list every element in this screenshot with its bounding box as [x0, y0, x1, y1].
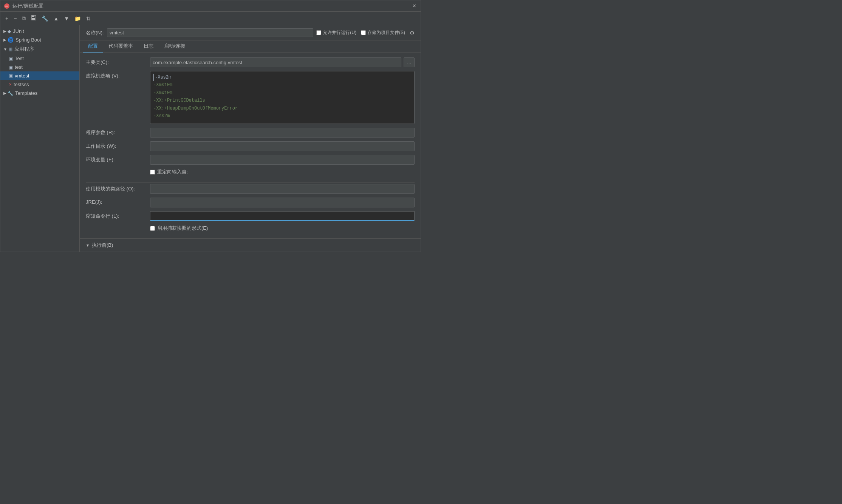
sidebar-item-label-app: 应用程序	[14, 46, 34, 53]
sidebar-item-test2[interactable]: ▣ test	[0, 63, 79, 71]
close-button[interactable]: ×	[411, 3, 418, 9]
redirect-label	[86, 169, 150, 170]
name-input[interactable]	[107, 28, 314, 37]
capture-snapshot-label: 启用捕获快照的形式(E)	[157, 225, 208, 232]
jre-field	[150, 198, 415, 207]
short-cmd-field	[150, 211, 415, 221]
tab-coverage[interactable]: 代码覆盖率	[103, 40, 138, 53]
work-dir-field	[150, 141, 415, 151]
name-options: 允许并行运行(U) 存储为项目文件(S) ⚙	[316, 29, 415, 36]
capture-snapshot-field: 启用捕获快照的形式(E)	[150, 225, 415, 232]
sidebar-item-label-test1: Test	[15, 56, 24, 61]
capture-snapshot-empty-label	[86, 225, 150, 226]
main-class-label: 主要类(C):	[86, 57, 150, 66]
toolbar: + − ⧉ 🔧 ▲ ▼ 📁 ⇅	[0, 12, 421, 25]
program-args-row: 程序参数 (R):	[86, 128, 415, 138]
templates-arrow-icon: ▶	[3, 91, 6, 95]
springboot-icon: 🌀	[8, 37, 14, 43]
main-content: ▶ ◆ JUnit ▶ 🌀 Spring Boot ▼ ▣ 应用程序 ▣ Tes…	[0, 25, 421, 252]
gear-button[interactable]: ⚙	[410, 30, 415, 36]
redirect-field: 重定向输入自:	[150, 169, 415, 175]
app-arrow-icon: ▼	[3, 47, 7, 51]
junit-arrow-icon: ▶	[3, 29, 6, 33]
env-vars-input[interactable]	[150, 155, 415, 165]
env-vars-label: 环境变量 (E):	[86, 155, 150, 163]
right-panel: 名称(N): 允许并行运行(U) 存储为项目文件(S) ⚙ 配置	[80, 25, 421, 252]
remove-button[interactable]: −	[12, 14, 19, 23]
testsss-icon: ✕	[9, 82, 12, 87]
tab-startup[interactable]: 启动/连接	[159, 40, 190, 53]
move-up-button[interactable]: ▲	[51, 14, 60, 23]
sort-button[interactable]: ⇅	[84, 14, 93, 23]
capture-snapshot-checkbox[interactable]	[150, 226, 155, 231]
sidebar-item-label-junit: JUnit	[13, 28, 24, 34]
tab-config[interactable]: 配置	[83, 40, 103, 53]
store-project-option: 存储为项目文件(S)	[361, 29, 405, 36]
env-vars-field	[150, 155, 415, 165]
classpath-label: 使用模块的类路径 (O):	[86, 184, 150, 192]
copy-button[interactable]: ⧉	[20, 14, 28, 23]
sidebar-item-spring-boot[interactable]: ▶ 🌀 Spring Boot	[0, 36, 79, 44]
vm-options-field: -Xss2m -Xms10m -Xmx10m -XX:+PrintGCDetai…	[150, 71, 415, 124]
divider-1	[86, 182, 415, 182]
tabs: 配置 代码覆盖率 日志 启动/连接	[80, 40, 421, 53]
svg-rect-1	[5, 6, 8, 6]
svg-rect-3	[32, 15, 34, 17]
vm-line-3: -Xmx10m	[153, 89, 411, 97]
name-bar: 名称(N): 允许并行运行(U) 存储为项目文件(S) ⚙	[80, 25, 421, 40]
short-cmd-row: 缩短命令行 (L):	[86, 211, 415, 221]
redirect-checkbox[interactable]	[150, 170, 155, 175]
work-dir-input[interactable]	[150, 141, 415, 151]
sidebar-item-templates[interactable]: ▶ 🔧 Templates	[0, 89, 79, 97]
add-button[interactable]: +	[3, 14, 10, 23]
vm-line-5: -XX:+HeapDumpOnOutOfMemoryError	[153, 105, 411, 112]
save-button[interactable]	[29, 14, 38, 23]
program-args-field	[150, 128, 415, 138]
short-cmd-input[interactable]	[150, 211, 415, 221]
move-down-button[interactable]: ▼	[62, 14, 71, 23]
redirect-input-label: 重定向输入自:	[157, 169, 188, 175]
sidebar-item-label-spring-boot: Spring Boot	[15, 37, 41, 43]
classpath-row: 使用模块的类路径 (O):	[86, 184, 415, 194]
classpath-field	[150, 184, 415, 194]
run-debug-config-window: 运行/调试配置 × + − ⧉ 🔧 ▲ ▼ 📁 ⇅ ▶ ◆ JUnit	[0, 0, 421, 252]
program-args-input[interactable]	[150, 128, 415, 138]
app-icon-sidebar: ▣	[8, 46, 12, 52]
vm-line-2: -Xms10m	[153, 81, 411, 89]
app-icon	[3, 3, 10, 9]
vm-options-row: 虚拟机选项 (V): -Xss2m -Xms10m -Xmx10m -XX:+P…	[86, 71, 415, 124]
sidebar-item-label-test2: test	[15, 64, 23, 70]
sidebar-item-label-testsss: testsss	[14, 82, 29, 87]
sidebar-item-testsss[interactable]: ✕ testsss	[0, 80, 79, 89]
test1-icon: ▣	[9, 56, 13, 61]
sidebar-item-vmtest[interactable]: ▣ vmtest	[0, 71, 79, 80]
store-project-checkbox[interactable]	[361, 30, 366, 35]
vm-line-1: -Xss2m	[153, 74, 411, 81]
sidebar-item-test1[interactable]: ▣ Test	[0, 54, 79, 63]
main-class-field: ...	[150, 57, 415, 67]
vm-options-label: 虚拟机选项 (V):	[86, 71, 150, 79]
allow-parallel-checkbox[interactable]	[316, 30, 321, 35]
folder-button[interactable]: 📁	[73, 14, 83, 23]
jre-input[interactable]	[150, 198, 415, 207]
templates-icon: 🔧	[8, 91, 13, 96]
main-class-input[interactable]	[150, 57, 401, 67]
tab-log[interactable]: 日志	[138, 40, 159, 53]
sidebar-item-junit[interactable]: ▶ ◆ JUnit	[0, 27, 79, 36]
classpath-input[interactable]	[150, 184, 415, 194]
vm-options-display[interactable]: -Xss2m -Xms10m -Xmx10m -XX:+PrintGCDetai…	[150, 71, 415, 124]
allow-parallel-label: 允许并行运行(U)	[323, 29, 356, 36]
capture-snapshot-row: 启用捕获快照的形式(E)	[86, 225, 415, 235]
work-dir-row: 工作目录 (W):	[86, 141, 415, 151]
name-label: 名称(N):	[86, 29, 104, 36]
settings-button[interactable]: 🔧	[40, 14, 50, 23]
before-launch-section[interactable]: ▼ 执行前(B)	[80, 238, 421, 252]
form-area: 主要类(C): ... 虚拟机选项 (V): -Xss2m -Xms10m -X…	[80, 53, 421, 238]
allow-parallel-option: 允许并行运行(U)	[316, 29, 356, 36]
junit-icon: ◆	[8, 29, 11, 34]
sidebar-item-app[interactable]: ▼ ▣ 应用程序	[0, 44, 79, 54]
main-class-more-button[interactable]: ...	[404, 57, 415, 67]
before-launch-arrow-icon: ▼	[86, 243, 90, 247]
main-class-row: 主要类(C): ...	[86, 57, 415, 67]
window-title: 运行/调试配置	[12, 3, 411, 9]
